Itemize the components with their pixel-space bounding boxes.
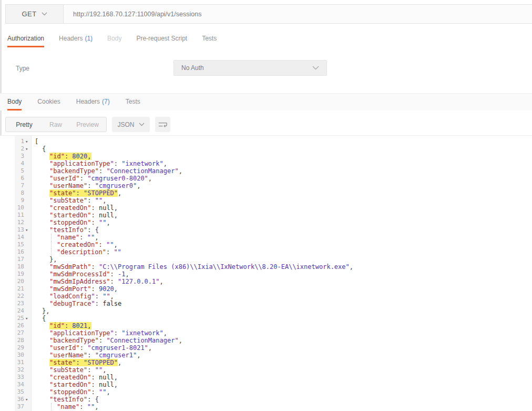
response-tabs-strip: BodyCookiesHeaders(7)Tests xyxy=(0,93,532,111)
wrap-text-button[interactable] xyxy=(155,117,170,132)
url-text: http://192.168.70.127:11009/api/v1/sessi… xyxy=(73,11,201,18)
method-dropdown[interactable]: GET xyxy=(6,5,64,23)
tab-body[interactable]: Body xyxy=(7,94,22,111)
search-highlight: "state" xyxy=(49,359,76,366)
search-highlight: 8020 xyxy=(72,153,87,160)
token: "startedOn" xyxy=(49,381,91,388)
tab-headers[interactable]: Headers(7) xyxy=(76,94,110,111)
line-number: 20 xyxy=(15,278,24,285)
line-number: 35 xyxy=(15,388,24,396)
token: "userName" xyxy=(49,352,87,359)
token: "backendType" xyxy=(49,337,99,344)
token: "cmgruser0-8020" xyxy=(87,175,148,182)
token: "stoppedOn" xyxy=(49,388,91,396)
token: : xyxy=(95,293,103,300)
fold-caret-icon[interactable]: ▾ xyxy=(25,138,32,145)
indent-guide xyxy=(51,403,52,410)
code-line: 8"state": "STOPPED", xyxy=(0,189,532,197)
token: "subState" xyxy=(49,366,87,374)
tab-tests[interactable]: Tests xyxy=(202,31,217,47)
code-line: 29"userId": "cmgruser1-8021", xyxy=(0,344,532,352)
token: "debugTrace" xyxy=(49,300,95,307)
line-number: 13 xyxy=(15,226,24,234)
token: : xyxy=(110,278,118,285)
line-number: 34 xyxy=(15,381,24,388)
tab-body[interactable]: Body xyxy=(107,31,121,47)
view-button-pretty[interactable]: Pretty xyxy=(6,117,43,132)
line-number: 11 xyxy=(15,212,24,219)
tab-pre-request-script[interactable]: Pre-request Script xyxy=(136,31,187,47)
token: "description" xyxy=(57,248,106,256)
token: , xyxy=(179,337,182,344)
search-highlight: 8021 xyxy=(72,322,87,329)
token: : xyxy=(91,381,98,388)
token: , xyxy=(95,403,98,410)
token: "createdOn" xyxy=(57,241,98,248)
tab-count: (7) xyxy=(102,98,110,105)
tab-label: Cookies xyxy=(37,98,60,105)
method-label: GET xyxy=(22,10,36,18)
tab-tests[interactable]: Tests xyxy=(126,94,140,111)
token: : xyxy=(80,175,87,182)
view-button-preview[interactable]: Preview xyxy=(69,117,106,132)
token: "" xyxy=(99,388,106,396)
fold-caret-icon[interactable]: ▾ xyxy=(25,396,32,403)
token: "startedOn" xyxy=(49,212,91,219)
token: : { xyxy=(87,396,99,403)
code-line: 4"applicationType": "ixnetwork", xyxy=(0,160,532,167)
token: : xyxy=(79,403,87,410)
code-line: 16"description": "" xyxy=(0,248,532,256)
line-number: 36 xyxy=(15,396,24,403)
line-number: 16 xyxy=(15,248,24,256)
response-body-editor[interactable]: 1▾[2▾{3"id": 8020,4"applicationType": "i… xyxy=(0,135,532,411)
wrap-text-icon xyxy=(158,121,167,128)
token: "C:\\Program Files (x86)\\Ixia\\IxNetwor… xyxy=(99,263,350,270)
tab-cookies[interactable]: Cookies xyxy=(37,94,60,111)
language-dropdown[interactable]: JSON xyxy=(112,117,150,132)
line-number: 18 xyxy=(15,263,24,270)
token: : xyxy=(87,197,95,204)
token: : xyxy=(91,285,98,293)
language-label: JSON xyxy=(117,121,134,128)
search-highlight: "id" xyxy=(49,153,65,160)
code-lines: 1▾[2▾{3"id": 8020,4"applicationType": "i… xyxy=(0,138,532,410)
token: "backendType" xyxy=(49,167,99,175)
token: "ixnetwork" xyxy=(121,160,163,167)
token: { xyxy=(42,145,46,153)
token: , xyxy=(126,270,129,278)
line-number: 23 xyxy=(15,300,24,307)
code-line: 24}, xyxy=(0,307,532,315)
token: : xyxy=(87,352,95,359)
line-number: 32 xyxy=(15,366,24,374)
token: "" xyxy=(114,248,121,256)
view-button-raw[interactable]: Raw xyxy=(43,117,69,132)
code-line: 2▾{ xyxy=(0,145,532,153)
tab-authorization[interactable]: Authorization xyxy=(7,31,44,47)
token: : xyxy=(87,182,95,189)
token: , xyxy=(114,285,118,293)
indent-guide xyxy=(51,248,52,256)
line-number: 37 xyxy=(15,403,24,410)
fold-caret-icon[interactable]: ▾ xyxy=(25,145,32,153)
token: "testInfo" xyxy=(49,226,87,234)
url-input[interactable]: http://192.168.70.127:11009/api/v1/sessi… xyxy=(64,5,532,23)
token: , xyxy=(148,175,152,182)
auth-type-select[interactable]: No Auth xyxy=(173,60,327,76)
fold-caret-icon[interactable]: ▾ xyxy=(25,226,32,234)
token: "mwSdmIpAddress" xyxy=(49,278,110,285)
request-tabs: AuthorizationHeaders(1)BodyPre-request S… xyxy=(7,31,217,47)
token: "loadConfig" xyxy=(49,293,95,300)
token: , xyxy=(137,352,140,359)
token: : xyxy=(110,270,118,278)
token: "cmgruser1" xyxy=(95,352,137,359)
code-line: 9"subState": "", xyxy=(0,197,532,204)
token: "" xyxy=(103,293,110,300)
fold-caret-icon[interactable]: ▾ xyxy=(25,315,32,322)
code-line: 35"stoppedOn": "", xyxy=(0,388,532,396)
tab-headers[interactable]: Headers(1) xyxy=(59,31,93,47)
indent-guide xyxy=(51,234,52,241)
token: "mwSdmProcessId" xyxy=(49,270,110,278)
postman-request-view: GET http://192.168.70.127:11009/api/v1/s… xyxy=(0,0,532,411)
search-highlight: : xyxy=(76,359,84,366)
token: , xyxy=(350,263,353,270)
